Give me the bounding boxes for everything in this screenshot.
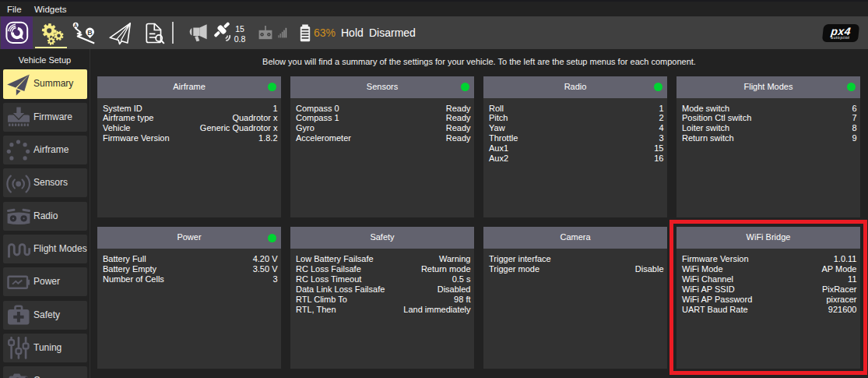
svg-text:A: A	[74, 23, 78, 28]
svg-text:B: B	[87, 29, 93, 37]
